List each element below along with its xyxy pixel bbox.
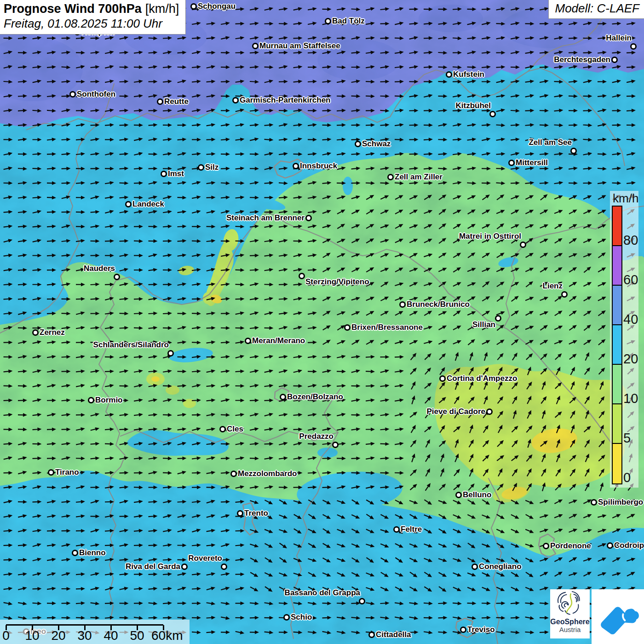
legend-segment	[613, 365, 621, 404]
legend-tick-label: 10	[623, 391, 638, 406]
scale-number: 0	[2, 628, 10, 643]
geosphere-logo-box: GeoSphere Austria	[550, 589, 590, 638]
scale-number: 30	[77, 628, 92, 643]
legend-tick-label: 60	[623, 272, 638, 288]
model-label: Modell: C-LAEF	[548, 0, 644, 19]
legend-color-bar	[612, 206, 622, 484]
map-scale-bar: 0102030405060km	[0, 620, 190, 644]
scale-number: 50	[130, 628, 144, 643]
legend-segment	[613, 207, 621, 246]
title-text: Prognose Wind 700hPa	[4, 2, 142, 16]
scale-number: 40	[104, 628, 118, 643]
scale-number: 10	[25, 628, 39, 643]
title-box: Prognose Wind 700hPa[km/h] Freitag, 01.0…	[0, 0, 186, 34]
title-unit: [km/h]	[145, 2, 179, 16]
forecast-datetime: Freitag, 01.08.2025 11:00 Uhr	[4, 17, 179, 31]
legend-tick-label: 0	[623, 470, 631, 485]
scale-number: 60km	[151, 628, 183, 643]
geosphere-name: GeoSphere	[550, 618, 590, 626]
wind-map	[0, 0, 644, 644]
wind-speed-legend: km/h 806040201050	[610, 191, 638, 488]
legend-tick-label: 80	[623, 233, 638, 248]
page-title: Prognose Wind 700hPa[km/h]	[4, 2, 179, 16]
legend-segment	[613, 246, 621, 286]
partner-logo-box	[592, 589, 644, 644]
legend-tick-label: 20	[623, 351, 638, 367]
legend-tick-label: 40	[623, 312, 638, 327]
legend-segment	[613, 286, 621, 325]
legend-tick-label: 5	[623, 431, 631, 446]
geosphere-country: Austria	[550, 626, 590, 633]
geosphere-contour-icon	[555, 589, 585, 616]
legend-segment	[613, 325, 621, 365]
legend-unit-label: km/h	[613, 191, 638, 206]
scale-number: 20	[51, 628, 65, 643]
mountain-cloud-icon	[596, 595, 640, 639]
legend-segment	[613, 444, 621, 483]
legend-segment	[613, 404, 621, 444]
